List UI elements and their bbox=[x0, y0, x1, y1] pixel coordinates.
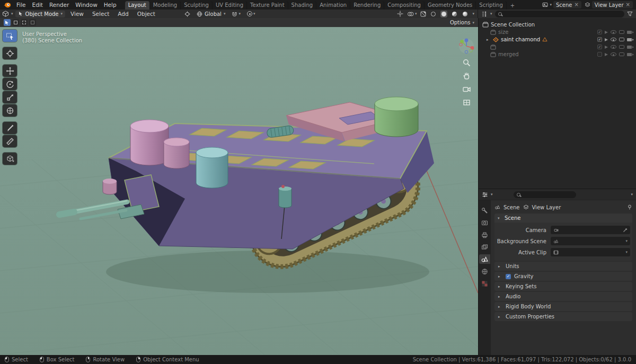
viewport-disable-icon[interactable] bbox=[619, 45, 624, 49]
section-keying-sets[interactable]: ▸ Keying Sets bbox=[494, 282, 632, 291]
gravity-checkbox[interactable]: ✓ bbox=[506, 274, 511, 279]
rotate-tool-button[interactable] bbox=[3, 78, 17, 90]
scene-browse-caret-icon[interactable]: ▾ bbox=[550, 3, 552, 7]
annotate-tool-button[interactable] bbox=[3, 122, 17, 134]
breadcrumb-view-layer[interactable]: View Layer bbox=[532, 205, 561, 210]
tab-world-properties[interactable] bbox=[479, 267, 490, 276]
show-gizmo-toggle[interactable] bbox=[397, 11, 403, 17]
add-workspace-button[interactable]: + bbox=[507, 2, 518, 10]
outliner-row-saint-chamond[interactable]: ▸ saint chamond ✓ bbox=[479, 36, 636, 43]
active-tool-icon[interactable] bbox=[4, 19, 11, 26]
options-dropdown[interactable]: Options ▾ bbox=[450, 20, 474, 25]
camera-view-icon[interactable] bbox=[462, 85, 471, 94]
menu-edit[interactable]: Edit bbox=[29, 0, 46, 10]
select-box-tool-button[interactable] bbox=[3, 30, 17, 42]
section-audio[interactable]: ▸ Audio bbox=[494, 292, 632, 301]
section-custom-properties[interactable]: ▸ Custom Properties bbox=[494, 312, 632, 321]
scene-unlink-icon[interactable]: × bbox=[574, 2, 578, 7]
tab-render-properties[interactable] bbox=[479, 218, 490, 227]
shading-wireframe-button[interactable] bbox=[430, 11, 437, 17]
tab-output-properties[interactable] bbox=[479, 230, 490, 239]
navigation-gizmo[interactable] bbox=[458, 38, 474, 54]
xray-toggle[interactable] bbox=[420, 11, 426, 17]
properties-caret-icon[interactable]: ▾ bbox=[491, 192, 493, 197]
selectable-icon[interactable] bbox=[605, 38, 608, 41]
tab-modeling[interactable]: Modeling bbox=[150, 1, 181, 10]
hide-eye-icon[interactable] bbox=[611, 38, 616, 41]
menu-render[interactable]: Render bbox=[46, 0, 72, 10]
exclude-checkbox[interactable]: ✓ bbox=[597, 30, 602, 34]
tab-shading[interactable]: Shading bbox=[288, 1, 317, 10]
pan-hand-icon[interactable] bbox=[462, 72, 471, 81]
orientation-dropdown[interactable]: Global ▾ bbox=[197, 11, 225, 17]
outliner-row-merged[interactable]: merged bbox=[479, 51, 636, 58]
section-gravity[interactable]: ▸ ✓ Gravity bbox=[494, 272, 632, 281]
exclude-checkbox[interactable]: ✓ bbox=[597, 37, 602, 42]
overlays-toggle[interactable]: ▾ bbox=[407, 11, 417, 17]
viewport-disable-icon[interactable] bbox=[619, 52, 624, 56]
zoom-icon[interactable] bbox=[462, 58, 471, 67]
tab-tool-properties[interactable] bbox=[479, 206, 490, 215]
breadcrumb-scene[interactable]: Scene bbox=[504, 205, 520, 210]
tab-uv-editing[interactable]: UV Editing bbox=[213, 1, 247, 10]
measure-tool-button[interactable] bbox=[3, 135, 17, 147]
browse-scene-icon[interactable] bbox=[542, 2, 548, 7]
render-disable-icon[interactable] bbox=[627, 38, 632, 41]
editor-type-icon[interactable] bbox=[2, 11, 9, 17]
tab-scripting[interactable]: Scripting bbox=[476, 1, 506, 10]
outliner-search-input[interactable] bbox=[504, 11, 621, 17]
view-layer-datablock[interactable]: View Layer × bbox=[592, 1, 633, 8]
shading-solid-button[interactable] bbox=[440, 11, 447, 17]
menu-view[interactable]: View bbox=[67, 11, 87, 17]
outliner-row-collection[interactable]: ✓ bbox=[479, 43, 636, 50]
menu-add[interactable]: Add bbox=[114, 11, 131, 17]
viewport-3d[interactable]: Options ▾ bbox=[0, 18, 478, 355]
editor-type-caret-icon[interactable]: ▾ bbox=[11, 12, 13, 16]
background-scene-field[interactable]: ▾ bbox=[551, 237, 630, 245]
properties-search[interactable] bbox=[514, 191, 576, 198]
tab-viewlayer-properties[interactable] bbox=[479, 242, 490, 252]
menu-select[interactable]: Select bbox=[89, 11, 112, 17]
tab-sculpting[interactable]: Sculpting bbox=[181, 1, 213, 10]
view-layer-remove-icon[interactable]: × bbox=[626, 2, 630, 7]
render-disable-icon[interactable] bbox=[627, 53, 632, 56]
exclude-checkbox[interactable]: ✓ bbox=[597, 45, 602, 49]
outliner-editor-icon[interactable] bbox=[481, 11, 488, 17]
tab-scene-properties[interactable] bbox=[479, 254, 490, 264]
tab-animation[interactable]: Animation bbox=[316, 1, 350, 10]
properties-editor-icon[interactable] bbox=[482, 192, 488, 198]
scene-datablock[interactable]: Scene × bbox=[553, 1, 581, 8]
render-disable-icon[interactable] bbox=[627, 46, 632, 49]
shading-rendered-button[interactable] bbox=[462, 11, 469, 17]
hide-eye-icon[interactable] bbox=[611, 30, 616, 34]
filter-icon[interactable] bbox=[627, 11, 633, 16]
properties-options-caret-icon[interactable]: ▾ bbox=[631, 192, 633, 197]
cursor-tool-button[interactable] bbox=[3, 47, 17, 59]
outliner-search[interactable] bbox=[495, 11, 624, 17]
tab-rendering[interactable]: Rendering bbox=[350, 1, 384, 10]
scene-panel-header[interactable]: ▾ Scene bbox=[494, 214, 632, 223]
select-mode-subtract-icon[interactable] bbox=[29, 19, 36, 26]
section-units[interactable]: ▸ Units bbox=[494, 262, 632, 271]
pin-icon[interactable] bbox=[627, 205, 632, 210]
shading-caret-icon[interactable]: ▾ bbox=[472, 12, 474, 16]
menu-help[interactable]: Help bbox=[101, 0, 120, 10]
properties-search-input[interactable] bbox=[523, 192, 573, 198]
selectable-icon[interactable] bbox=[605, 53, 608, 56]
tab-geometry-nodes[interactable]: Geometry Nodes bbox=[425, 1, 476, 10]
shading-material-button[interactable] bbox=[451, 11, 458, 17]
outliner-row-size[interactable]: size ✓ bbox=[479, 29, 636, 35]
move-tool-button[interactable] bbox=[3, 65, 17, 77]
active-clip-field[interactable]: ▾ bbox=[551, 248, 630, 256]
pivot-point-dropdown[interactable] bbox=[184, 11, 190, 17]
add-primitive-tool-button[interactable] bbox=[3, 153, 17, 165]
snapping-dropdown[interactable]: ▾ bbox=[232, 11, 241, 17]
camera-field[interactable] bbox=[551, 226, 630, 234]
render-disable-icon[interactable] bbox=[627, 31, 632, 34]
view-layer-icon[interactable] bbox=[585, 2, 590, 7]
selectable-icon[interactable] bbox=[605, 46, 608, 49]
tab-texture-paint[interactable]: Texture Paint bbox=[247, 1, 288, 10]
proportional-editing-toggle[interactable]: ▾ bbox=[247, 11, 255, 16]
exclude-checkbox[interactable] bbox=[597, 52, 602, 57]
hide-eye-icon[interactable] bbox=[611, 45, 616, 49]
